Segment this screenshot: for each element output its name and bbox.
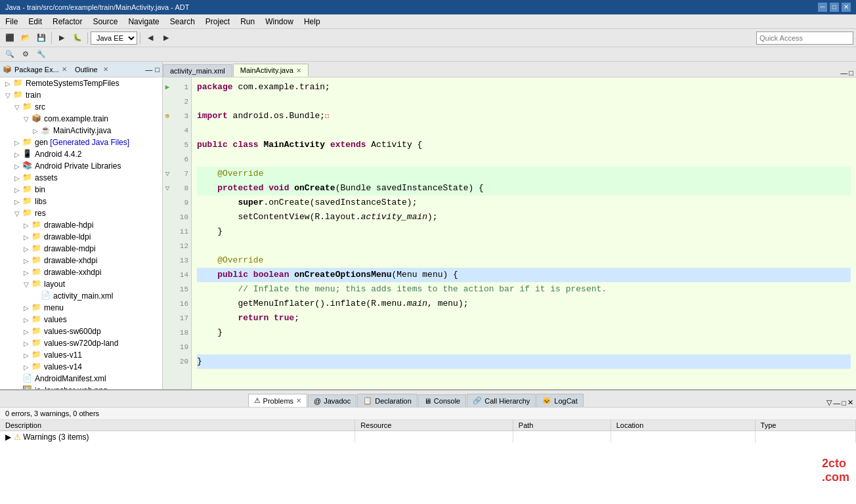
tree-arrow-icon[interactable]: ▷ [14, 163, 22, 170]
toolbar-btn-a[interactable]: ◀ [143, 31, 158, 45]
tree-item[interactable]: ▷📁drawable-hdpi [0, 219, 162, 231]
tree-item[interactable]: ▷☕MainActivity.java [0, 125, 162, 136]
tree-arrow-icon[interactable]: ▷ [24, 316, 32, 324]
tree-arrow-icon[interactable]: ▷ [5, 80, 13, 87]
editor-max-icon[interactable]: □ [849, 69, 853, 77]
tree-item[interactable]: ▽📁layout [0, 278, 162, 290]
tree-item[interactable]: ▽📦com.example.train [0, 113, 162, 125]
tree-arrow-icon[interactable]: ▷ [24, 304, 32, 312]
menu-item-edit[interactable]: Edit [23, 14, 47, 28]
tree-item[interactable]: ▷📁values-v11 [0, 349, 162, 361]
tree-item[interactable]: ▽📁res [0, 207, 162, 219]
toolbar-run-btn[interactable]: ▶ [54, 31, 69, 45]
toolbar2-btn3[interactable]: 🔧 [34, 47, 49, 62]
code-editor[interactable]: ▶ ⊕ ▽ ▽ 1234567891011121314151617181920 … [163, 77, 856, 389]
tree-item[interactable]: ▷📁values [0, 314, 162, 326]
bottom-tab-declaration[interactable]: 📋 Declaration [357, 394, 417, 407]
menu-item-project[interactable]: Project [200, 14, 235, 28]
quick-access-box[interactable] [756, 32, 853, 45]
tab-activity-main-xml[interactable]: activity_main.xml [163, 64, 232, 77]
tree-arrow-icon[interactable]: ▽ [24, 116, 32, 123]
bottom-tab-call-hierarchy[interactable]: 🔗 Call Hierarchy [467, 394, 536, 407]
tree-item[interactable]: 🖼️ic_launcher-web.png [0, 385, 162, 389]
quick-access-input[interactable] [760, 34, 850, 42]
minimize-button[interactable]: ─ [818, 3, 827, 12]
tab-close-main-activity[interactable]: ✕ [296, 67, 301, 74]
tree-item[interactable]: ▷📁drawable-ldpi [0, 231, 162, 243]
tree-item[interactable]: ▷📁drawable-mdpi [0, 243, 162, 255]
tree-arrow-icon[interactable]: ▷ [24, 234, 32, 241]
sidebar-close-icon[interactable]: ✕ [62, 66, 67, 73]
bottom-tab-javadoc[interactable]: @ Javadoc [308, 394, 356, 407]
menu-item-refactor[interactable]: Refactor [47, 14, 87, 28]
toolbar2-btn1[interactable]: 🔍 [3, 47, 17, 62]
tab-main-activity-java[interactable]: MainActivity.java ✕ [233, 64, 309, 77]
menu-item-navigate[interactable]: Navigate [123, 14, 164, 28]
tree-arrow-icon[interactable]: ▷ [24, 222, 32, 229]
expand-arrow[interactable]: ▶ [5, 432, 11, 442]
title-bar-controls[interactable]: ─ □ ✕ [818, 3, 851, 12]
code-lines[interactable]: package com.example.train;import android… [192, 77, 856, 389]
bottom-tab-problems[interactable]: ⚠ Problems ✕ [248, 394, 307, 407]
toolbar-save-btn[interactable]: 💾 [34, 31, 49, 45]
tree-arrow-icon[interactable]: ▷ [14, 175, 22, 182]
tree-item[interactable]: ▷📁assets [0, 172, 162, 184]
menu-item-source[interactable]: Source [87, 14, 123, 28]
tree-arrow-icon[interactable]: ▷ [14, 139, 22, 146]
bottom-max-icon[interactable]: □ [842, 399, 846, 407]
tree-item[interactable]: ▷📁values-v14 [0, 361, 162, 373]
menu-item-help[interactable]: Help [299, 14, 326, 28]
menu-item-window[interactable]: Window [260, 14, 299, 28]
tree-arrow-icon[interactable]: ▷ [24, 245, 32, 253]
sidebar-outline-close[interactable]: ✕ [103, 66, 108, 73]
tree-item[interactable]: ▷📁drawable-xhdpi [0, 255, 162, 266]
tree-arrow-icon[interactable]: ▽ [24, 281, 32, 288]
menu-item-file[interactable]: File [0, 14, 23, 28]
maximize-button[interactable]: □ [830, 3, 839, 12]
tree-arrow-icon[interactable]: ▷ [14, 186, 22, 194]
tree-item[interactable]: ▷📁gen [Generated Java Files] [0, 136, 162, 148]
tree-item[interactable]: ▷📱Android 4.4.2 [0, 148, 162, 160]
tree-item[interactable]: 📄AndroidManifest.xml [0, 373, 162, 385]
tree-arrow-icon[interactable]: ▽ [14, 104, 22, 111]
tree-item[interactable]: ▷📁values-sw720dp-land [0, 337, 162, 349]
tree-item[interactable]: ▽📁src [0, 101, 162, 113]
tree-arrow-icon[interactable]: ▷ [24, 328, 32, 335]
tree-arrow-icon[interactable]: ▷ [24, 364, 32, 371]
close-button[interactable]: ✕ [842, 3, 851, 12]
tree-item[interactable]: ▷📁bin [0, 184, 162, 196]
bottom-min-icon[interactable]: — [833, 399, 840, 407]
tree-arrow-icon[interactable]: ▷ [33, 127, 41, 135]
tree-arrow-icon[interactable]: ▷ [24, 269, 32, 276]
editor-min-icon[interactable]: — [840, 69, 847, 77]
toolbar-btn-b[interactable]: ▶ [159, 31, 173, 45]
tree-arrow-icon[interactable]: ▷ [24, 257, 32, 264]
bottom-tab-close[interactable]: ✕ [296, 397, 301, 404]
tree-arrow-icon[interactable]: ▷ [14, 198, 22, 205]
tree-item[interactable]: ▷📁values-sw600dp [0, 326, 162, 337]
menu-item-run[interactable]: Run [235, 14, 260, 28]
bottom-tab-logcat[interactable]: 🐱 LogCat [536, 394, 583, 407]
tree-item[interactable]: ▷📁RemoteSystemsTempFiles [0, 77, 162, 89]
tree-item[interactable]: 📄activity_main.xml [0, 290, 162, 302]
tree-arrow-icon[interactable]: ▷ [24, 340, 32, 347]
tree-arrow-icon[interactable]: ▷ [14, 151, 22, 158]
toolbar-new-btn[interactable]: ⬛ [3, 31, 17, 45]
perspective-dropdown[interactable]: Java EE [91, 32, 137, 45]
menu-item-search[interactable]: Search [165, 14, 200, 28]
tree-item[interactable]: ▷📁libs [0, 196, 162, 207]
tree-item[interactable]: ▷📁menu [0, 302, 162, 314]
toolbar2-btn2[interactable]: ⚙ [18, 47, 33, 62]
tree-item[interactable]: ▷📚Android Private Libraries [0, 160, 162, 172]
tree-arrow-icon[interactable]: ▽ [14, 210, 22, 217]
sidebar-max-icon[interactable]: □ [155, 66, 160, 74]
bottom-tab-console[interactable]: 🖥 Console [418, 394, 466, 407]
bottom-close-icon[interactable]: ✕ [847, 398, 853, 407]
toolbar-debug-btn[interactable]: 🐛 [70, 31, 85, 45]
tree-arrow-icon[interactable]: ▽ [5, 92, 13, 99]
tree-item[interactable]: ▷📁drawable-xxhdpi [0, 266, 162, 278]
toolbar-open-btn[interactable]: 📂 [18, 31, 33, 45]
tree-item[interactable]: ▽📁train [0, 89, 162, 101]
sidebar-min-icon[interactable]: — [145, 66, 152, 74]
table-row[interactable]: ▶⚠ Warnings (3 items) [0, 431, 856, 444]
